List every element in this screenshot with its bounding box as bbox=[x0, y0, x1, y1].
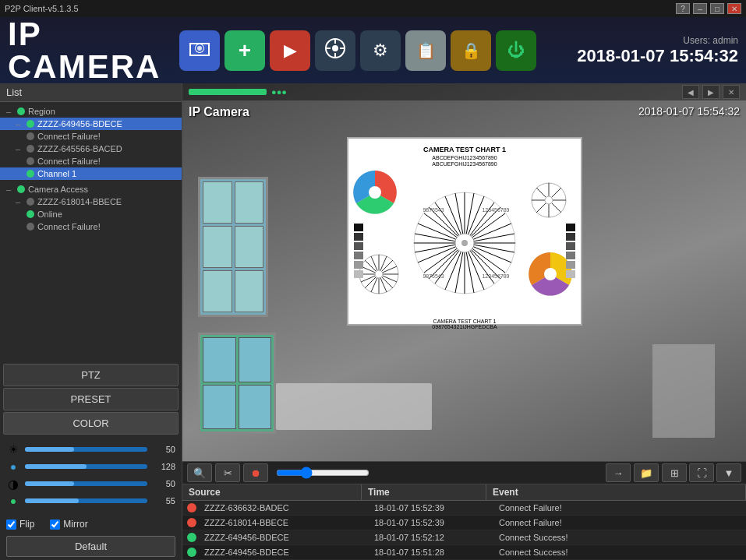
event-text: Connect Success! bbox=[496, 530, 746, 544]
tree-channel-selected[interactable]: Channel 1 bbox=[0, 167, 182, 180]
svg-text:CAMERA TEST CHART 1: CAMERA TEST CHART 1 bbox=[422, 146, 505, 153]
window-decoration-1 bbox=[198, 177, 268, 317]
event-time: 18-01-07 15:52:39 bbox=[371, 501, 496, 515]
fullscreen-button[interactable]: ⛶ bbox=[689, 463, 714, 482]
titlebar-controls: ? – □ ✕ bbox=[676, 3, 741, 14]
more-options-button[interactable]: ▼ bbox=[716, 463, 741, 482]
settings-button[interactable]: ⚙ bbox=[360, 30, 401, 71]
svg-text:9876543: 9876543 bbox=[422, 207, 444, 213]
hue-row: ● 128 bbox=[6, 460, 175, 474]
close-button[interactable]: ✕ bbox=[727, 3, 741, 14]
saturation-slider[interactable] bbox=[25, 498, 147, 503]
camera-button[interactable] bbox=[179, 30, 220, 71]
snap-icon: → bbox=[613, 467, 624, 479]
mirror-input[interactable] bbox=[50, 519, 60, 530]
add-button[interactable]: + bbox=[225, 30, 265, 71]
mirror-checkbox[interactable]: Mirror bbox=[50, 519, 87, 530]
flip-input[interactable] bbox=[6, 519, 16, 530]
event-log: Source Time Event ZZZZ-636632-BADEC 18-0… bbox=[182, 484, 746, 560]
device-tree[interactable]: – Region – ZZZZ-649456-BDECE Connect Fai… bbox=[0, 102, 182, 361]
tree-ch4[interactable]: Connect Failure! bbox=[0, 220, 182, 233]
preset-sidebar-button[interactable]: PRESET bbox=[3, 388, 179, 410]
event-log-header: Source Time Event bbox=[182, 484, 746, 501]
grid-view-button[interactable]: ⊞ bbox=[662, 463, 687, 482]
event-row[interactable]: ZZZZ-618014-BBECE 18-01-07 15:52:39 Conn… bbox=[182, 516, 746, 530]
status-dot bbox=[17, 107, 25, 115]
svg-text:CAMERA TEST CHART 1: CAMERA TEST CHART 1 bbox=[433, 319, 496, 324]
feed-ctrl-close[interactable]: ✕ bbox=[723, 85, 740, 99]
ptz-button[interactable] bbox=[315, 30, 355, 71]
window-decoration-2 bbox=[198, 333, 276, 434]
folder-icon: 📁 bbox=[640, 467, 652, 479]
svg-text:123456789: 123456789 bbox=[482, 207, 509, 213]
event-text: Connect Failure! bbox=[496, 516, 746, 530]
clip-button[interactable]: ✂ bbox=[215, 463, 240, 482]
default-button[interactable]: Default bbox=[6, 536, 175, 557]
zoom-in-icon: 🔍 bbox=[193, 467, 206, 479]
ptz-sidebar-button[interactable]: PTZ bbox=[3, 364, 179, 386]
event-source: ZZZZ-649456-BDECE bbox=[201, 530, 371, 544]
event-row[interactable]: ZZZZ-649456-BDECE 18-01-07 15:52:12 Conn… bbox=[182, 530, 746, 545]
flip-checkbox[interactable]: Flip bbox=[6, 519, 34, 530]
event-time: 18-01-07 15:52:39 bbox=[371, 516, 496, 530]
event-time: 18-01-07 15:51:28 bbox=[371, 545, 496, 559]
svg-rect-57 bbox=[354, 233, 363, 241]
tree-root2[interactable]: – Camera Access bbox=[0, 183, 182, 195]
event-row[interactable]: ZZZZ-649456-BDECE 18-01-07 15:51:28 Conn… bbox=[182, 545, 746, 560]
svg-point-2 bbox=[197, 46, 202, 51]
event-row[interactable]: ZZZZ-636632-BADEC 18-01-07 15:52:39 Conn… bbox=[182, 501, 746, 516]
snap-button[interactable]: → bbox=[606, 463, 631, 482]
time-column-header: Time bbox=[362, 484, 486, 500]
tree-dev2[interactable]: – ZZZZ-645566-BACED bbox=[0, 143, 182, 155]
tree-ch3[interactable]: Online bbox=[0, 208, 182, 220]
scissors-icon: ✂ bbox=[224, 467, 232, 479]
status-dot bbox=[27, 120, 34, 128]
play-button[interactable]: ▶ bbox=[270, 30, 310, 71]
hue-value: 128 bbox=[152, 462, 175, 471]
lock-button[interactable]: 🔒 bbox=[451, 30, 491, 71]
mirror-label: Mirror bbox=[63, 519, 87, 530]
svg-text:ABCDEFGHIJ1234567890: ABCDEFGHIJ1234567890 bbox=[432, 155, 497, 160]
svg-rect-67 bbox=[566, 270, 575, 278]
feed-ctrl-arrow-right[interactable]: ▶ bbox=[702, 85, 719, 99]
app-title: P2P Client-v5.1.3.5 bbox=[5, 4, 79, 13]
hue-icon: ● bbox=[6, 460, 20, 474]
color-sidebar-button[interactable]: COLOR bbox=[3, 412, 179, 435]
status-dot-red bbox=[187, 503, 196, 512]
zoom-in-button[interactable]: 🔍 bbox=[187, 463, 212, 482]
contrast-slider[interactable] bbox=[25, 481, 147, 486]
svg-rect-58 bbox=[354, 242, 363, 250]
tree-dev3[interactable]: – ZZZZ-618014-BBECE bbox=[0, 195, 182, 208]
saturation-row: ● 55 bbox=[6, 494, 175, 508]
tree-ch2[interactable]: Connect Failure! bbox=[0, 155, 182, 167]
zoom-slider[interactable] bbox=[276, 467, 369, 479]
record-button[interactable]: ⏺ bbox=[243, 463, 268, 482]
grid-icon: ⊞ bbox=[670, 467, 679, 479]
tree-dev1[interactable]: – ZZZZ-649456-BDECE bbox=[0, 118, 182, 130]
tree-root1[interactable]: – Region bbox=[0, 105, 182, 118]
status-dot bbox=[27, 132, 34, 140]
minimize-button[interactable]: – bbox=[693, 3, 707, 14]
maximize-button[interactable]: □ bbox=[710, 3, 724, 14]
settings-icon: ⚙ bbox=[373, 41, 388, 61]
brightness-slider[interactable] bbox=[25, 447, 147, 452]
status-dot-green bbox=[187, 548, 196, 557]
brightness-value: 50 bbox=[152, 445, 175, 454]
camera-icon bbox=[188, 38, 211, 63]
flip-mirror-area: Flip Mirror bbox=[0, 516, 182, 533]
source-column-header: Source bbox=[182, 484, 362, 500]
toolbar: + ▶ ⚙ 📋 🔒 ⏻ bbox=[171, 30, 569, 71]
header: IP CAMERA + ▶ ⚙ 📋 🔒 ⏻ bbox=[0, 17, 746, 83]
hue-slider[interactable] bbox=[25, 464, 147, 469]
status-dot bbox=[27, 210, 34, 218]
feed-top-controls: ◀ ▶ ✕ bbox=[682, 85, 740, 99]
feed-ctrl-arrow-left[interactable]: ◀ bbox=[682, 85, 699, 99]
files-button[interactable]: 📋 bbox=[405, 30, 446, 71]
power-button[interactable]: ⏻ bbox=[496, 30, 536, 71]
svg-rect-64 bbox=[566, 242, 575, 250]
svg-text:0987654321IJHGFEDCBA: 0987654321IJHGFEDCBA bbox=[432, 324, 497, 329]
help-button[interactable]: ? bbox=[676, 3, 690, 14]
tree-ch1[interactable]: Connect Failure! bbox=[0, 130, 182, 143]
chevron-down-icon: ▼ bbox=[724, 467, 734, 479]
folder-button[interactable]: 📁 bbox=[634, 463, 659, 482]
